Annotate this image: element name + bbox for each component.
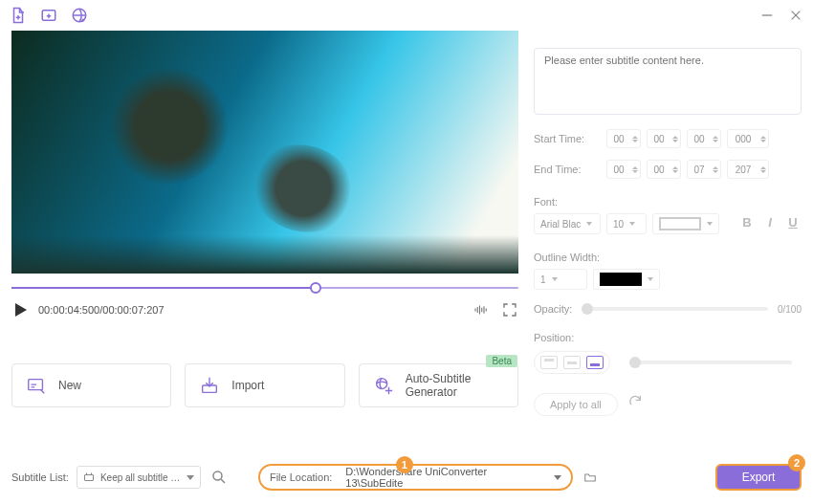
close-button[interactable]	[788, 8, 803, 23]
import-subtitle-button[interactable]: Import	[185, 363, 344, 407]
auto-subtitle-icon	[373, 375, 394, 396]
apply-to-all-button[interactable]: Apply to all	[534, 393, 618, 416]
position-slider[interactable]	[629, 361, 792, 364]
add-url-icon[interactable]	[71, 7, 88, 24]
waveform-icon[interactable]	[472, 301, 490, 318]
svg-rect-14	[84, 475, 93, 481]
file-location-group: 1 File Location: D:\Wondershare UniConve…	[258, 464, 573, 491]
subtitle-list-label: Subtitle List:	[11, 471, 69, 483]
opacity-value: 0/100	[778, 304, 802, 315]
position-label: Position:	[534, 332, 802, 343]
underline-button[interactable]: U	[784, 215, 802, 232]
minimize-button[interactable]	[759, 8, 775, 23]
timecode: 00:00:04:500/00:00:07:207	[38, 304, 165, 316]
timeline-slider[interactable]	[11, 281, 518, 295]
start-time-label: Start Time:	[534, 133, 601, 144]
font-section-label: Font:	[534, 196, 802, 208]
bold-button[interactable]: B	[738, 215, 756, 232]
font-color-select[interactable]	[652, 213, 719, 234]
start-hh[interactable]: 00	[606, 129, 641, 148]
import-icon	[199, 375, 220, 396]
svg-line-16	[221, 479, 225, 483]
video-preview[interactable]	[11, 31, 518, 274]
end-ms[interactable]: 207	[727, 160, 769, 179]
file-location-label: File Location:	[270, 471, 332, 483]
new-icon	[26, 375, 47, 396]
play-button[interactable]	[15, 303, 27, 317]
callout-2: 2	[788, 454, 805, 471]
subtitle-list-select[interactable]: Keep all subtitle tr...	[77, 466, 201, 489]
add-folder-icon[interactable]	[40, 7, 57, 24]
start-ss[interactable]: 00	[687, 129, 721, 148]
auto-subtitle-button[interactable]: Beta Auto-Subtitle Generator	[359, 363, 518, 407]
svg-point-15	[213, 471, 222, 480]
outline-color-swatch	[600, 273, 642, 286]
font-size-select[interactable]: 10	[606, 213, 647, 234]
svg-point-13	[376, 379, 386, 389]
chevron-down-icon[interactable]	[554, 475, 561, 480]
file-location-select[interactable]: D:\Wondershare UniConverter 13\SubEdite	[345, 466, 546, 489]
open-folder-icon[interactable]	[582, 471, 598, 484]
subtitle-content-input[interactable]	[534, 48, 802, 115]
opacity-label: Opacity:	[534, 303, 572, 315]
end-hh[interactable]: 00	[606, 160, 641, 179]
start-mm[interactable]: 00	[647, 129, 681, 148]
end-mm[interactable]: 00	[647, 160, 681, 179]
position-top[interactable]	[540, 356, 558, 369]
new-label: New	[58, 379, 81, 392]
add-file-icon[interactable]	[10, 7, 27, 24]
fullscreen-icon[interactable]	[501, 301, 518, 318]
search-icon[interactable]	[210, 469, 228, 486]
position-bottom[interactable]	[586, 356, 604, 369]
import-label: Import	[231, 379, 264, 392]
start-ms[interactable]: 000	[727, 129, 769, 148]
refresh-icon[interactable]	[627, 393, 643, 408]
position-group	[534, 351, 610, 374]
opacity-slider[interactable]	[582, 307, 768, 311]
outline-section-label: Outline Width:	[534, 252, 802, 263]
outline-color-select[interactable]	[593, 269, 660, 290]
font-color-swatch	[659, 217, 701, 230]
font-family-select[interactable]: Arial Blac	[534, 213, 601, 234]
new-subtitle-button[interactable]: New	[11, 363, 171, 407]
italic-button[interactable]: I	[761, 215, 779, 232]
export-button[interactable]: Export	[715, 464, 802, 491]
beta-badge: Beta	[486, 355, 517, 367]
end-time-label: End Time:	[534, 164, 601, 175]
outline-width-select[interactable]: 1	[534, 269, 587, 290]
callout-1: 1	[396, 456, 413, 473]
auto-label: Auto-Subtitle Generator	[406, 372, 504, 399]
titlebar	[0, 0, 813, 31]
end-ss[interactable]: 07	[687, 160, 721, 179]
position-middle[interactable]	[563, 356, 581, 369]
